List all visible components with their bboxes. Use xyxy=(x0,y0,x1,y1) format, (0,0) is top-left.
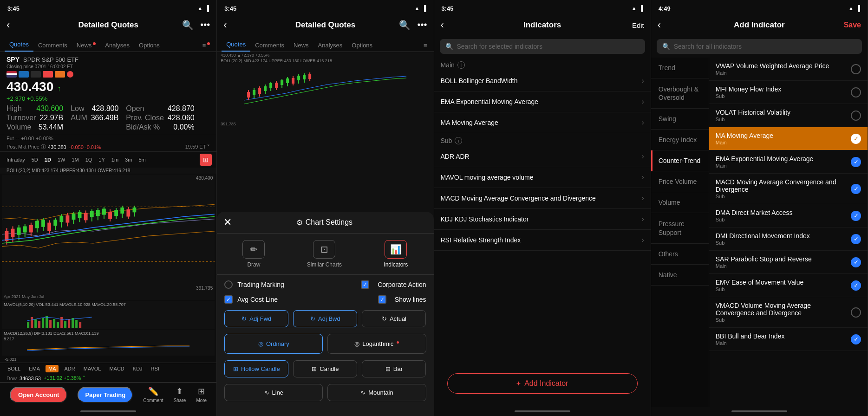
kdj-row[interactable]: KDJ KDJ Stochastics Indicator › xyxy=(434,209,651,230)
comment-action[interactable]: ✏️ Comment xyxy=(143,386,163,403)
search-icon-1[interactable]: 🔍 xyxy=(182,20,194,31)
cat-volume[interactable]: Volume xyxy=(651,192,709,213)
search-icon-2[interactable]: 🔍 xyxy=(399,20,411,31)
ind-ema[interactable]: EMA Exponential Moving Average Main ✓ xyxy=(709,150,868,174)
tf-1d[interactable]: 1D xyxy=(43,156,53,163)
tab-news-1[interactable]: News xyxy=(72,39,101,52)
cat-native[interactable]: Native xyxy=(651,265,709,286)
actual-btn[interactable]: ↻ Actual xyxy=(362,310,426,327)
ind-volat[interactable]: VOLAT Historical Volatility Sub xyxy=(709,104,868,127)
ind-bbi[interactable]: BBI Bull and Bear Index Main ✓ xyxy=(709,328,868,351)
logarithmic-btn[interactable]: ◎ Logarithmic xyxy=(327,334,426,354)
adj-bwd-btn[interactable]: ↻ Adj Bwd xyxy=(293,310,357,327)
ind-sar-check[interactable]: ✓ xyxy=(851,257,861,267)
similar-charts-tab[interactable]: ⊡ Similar Charts xyxy=(307,240,342,268)
tab-comments-1[interactable]: Comments xyxy=(33,39,72,52)
ind-dma[interactable]: DMA Direct Market Access Sub ✓ xyxy=(709,204,868,228)
ind-dmi[interactable]: DMI Directional Movement Index Sub ✓ xyxy=(709,228,868,251)
ind-sar[interactable]: SAR Parabolic Stop and Reverse Main ✓ xyxy=(709,251,868,274)
edit-btn-3[interactable]: Edit xyxy=(632,21,644,29)
ind-tab-ema[interactable]: EMA xyxy=(26,365,43,372)
ind-emv-check[interactable]: ✓ xyxy=(851,280,861,291)
tab-analyses-2[interactable]: Analyses xyxy=(313,39,347,52)
cat-swing[interactable]: Swing xyxy=(651,109,709,130)
tab-analyses-1[interactable]: Analyses xyxy=(100,39,134,52)
ind-vwap[interactable]: VWAP Volume Weighted Average Price Main xyxy=(709,58,868,81)
search-bar-3[interactable]: 🔍 Search for selected indicators xyxy=(440,39,645,54)
add-indicator-btn[interactable]: + Add Indicator xyxy=(447,373,638,394)
tabs-more-2[interactable]: ≡ xyxy=(422,39,429,52)
tab-options-1[interactable]: Options xyxy=(134,39,164,52)
paper-trading-btn[interactable]: Paper Trading xyxy=(78,387,133,403)
cat-counter-trend[interactable]: Counter-Trend xyxy=(651,150,709,171)
ind-mfi-check[interactable] xyxy=(851,87,861,98)
ind-ma-check[interactable]: ✓ xyxy=(851,134,861,144)
open-account-btn[interactable]: Open Account xyxy=(10,387,67,403)
back-button-3[interactable]: ‹ xyxy=(441,19,444,31)
ind-bbi-check[interactable]: ✓ xyxy=(851,334,861,344)
ind-tab-kdj[interactable]: KDJ xyxy=(130,365,145,372)
cat-overbought[interactable]: Overbought & Oversold xyxy=(651,78,709,109)
ind-macd-check[interactable]: ✓ xyxy=(851,184,861,194)
show-lines-check[interactable]: ✓ xyxy=(378,295,386,304)
hollow-candle-btn[interactable]: ⊞ Hollow Candle xyxy=(224,360,288,377)
ind-vwap-check[interactable] xyxy=(851,64,861,74)
back-button-1[interactable]: ‹ xyxy=(7,19,10,31)
more-icon-1[interactable]: ••• xyxy=(200,20,210,31)
macd-row[interactable]: MACD Moving Average Convergence and Dive… xyxy=(434,188,651,209)
tab-quotes-1[interactable]: Quotes xyxy=(5,38,33,52)
ordinary-btn[interactable]: ◎ Ordinary xyxy=(224,334,323,354)
tf-1min[interactable]: 1m xyxy=(110,156,120,163)
back-button-4[interactable]: ‹ xyxy=(658,19,661,31)
back-button-2[interactable]: ‹ xyxy=(223,19,227,31)
tf-intraday[interactable]: Intraday xyxy=(5,156,27,163)
ind-tab-mavol[interactable]: MAVOL xyxy=(81,365,104,372)
tab-news-2[interactable]: News xyxy=(289,39,313,52)
chart-settings-icon[interactable]: ⊞ xyxy=(200,154,212,166)
ind-mfi[interactable]: MFI Money Flow Index Sub xyxy=(709,81,868,104)
cat-pressure[interactable]: Pressure Support xyxy=(651,213,709,243)
tab-options-2[interactable]: Options xyxy=(347,39,377,52)
avg-cost-check[interactable]: ✓ xyxy=(224,295,233,304)
line-btn[interactable]: ∿ Line xyxy=(224,384,323,401)
cat-energy[interactable]: Energy Index xyxy=(651,130,709,150)
share-action[interactable]: ⬆ Share xyxy=(174,386,186,403)
mountain-btn[interactable]: ∿ Mountain xyxy=(327,384,426,401)
tab-quotes-2[interactable]: Quotes xyxy=(222,38,250,52)
search-bar-4[interactable]: 🔍 Search for all indicators xyxy=(657,39,862,54)
corporate-action-check[interactable]: ✓ xyxy=(361,280,369,289)
candle-btn[interactable]: ⊞ Candle xyxy=(293,360,357,377)
ind-tab-boll[interactable]: BOLL xyxy=(5,365,23,372)
ind-vmacd-check[interactable] xyxy=(851,307,861,318)
ind-ema-check[interactable]: ✓ xyxy=(851,157,861,167)
more-action[interactable]: ⊞ More xyxy=(196,386,207,403)
more-icon-2[interactable]: ••• xyxy=(417,20,427,31)
ind-tab-rsi[interactable]: RSI xyxy=(148,365,162,372)
sub-info-icon[interactable]: i xyxy=(455,137,462,144)
ind-tab-ma[interactable]: MA xyxy=(46,365,59,372)
cat-trend[interactable]: Trend xyxy=(651,58,709,78)
tf-3min[interactable]: 3m xyxy=(123,156,134,163)
save-button-4[interactable]: Save xyxy=(844,21,861,29)
draw-tab[interactable]: ✏ Draw xyxy=(242,240,265,268)
boll-row[interactable]: BOLL Bollinger BandWidth › xyxy=(434,71,651,91)
tf-1m[interactable]: 1M xyxy=(70,156,80,163)
tf-5d[interactable]: 5D xyxy=(30,156,40,163)
tab-comments-2[interactable]: Comments xyxy=(250,39,289,52)
ind-macd[interactable]: MACD Moving Average Convergence and Dive… xyxy=(709,174,868,204)
ind-volat-check[interactable] xyxy=(851,110,861,121)
tf-1w[interactable]: 1W xyxy=(56,156,67,163)
ind-dmi-check[interactable]: ✓ xyxy=(851,234,861,244)
ind-tab-macd[interactable]: MACD xyxy=(106,365,127,372)
ind-ma[interactable]: MA Moving Average Main ✓ xyxy=(709,127,868,150)
bar-btn[interactable]: ⊞ Bar xyxy=(362,360,426,377)
tf-5min[interactable]: 5m xyxy=(137,156,147,163)
trading-marking-radio[interactable] xyxy=(224,280,233,289)
tf-1q[interactable]: 1Q xyxy=(84,156,94,163)
ma-row[interactable]: MA Moving Average › xyxy=(434,112,651,133)
adr-row[interactable]: ADR ADR › xyxy=(434,146,651,167)
cat-others[interactable]: Others xyxy=(651,244,709,265)
main-info-icon[interactable]: i xyxy=(457,61,465,69)
adj-fwd-btn[interactable]: ↻ Adj Fwd xyxy=(224,310,288,327)
ind-emv[interactable]: EMV Ease of Movement Value Sub ✓ xyxy=(709,274,868,297)
